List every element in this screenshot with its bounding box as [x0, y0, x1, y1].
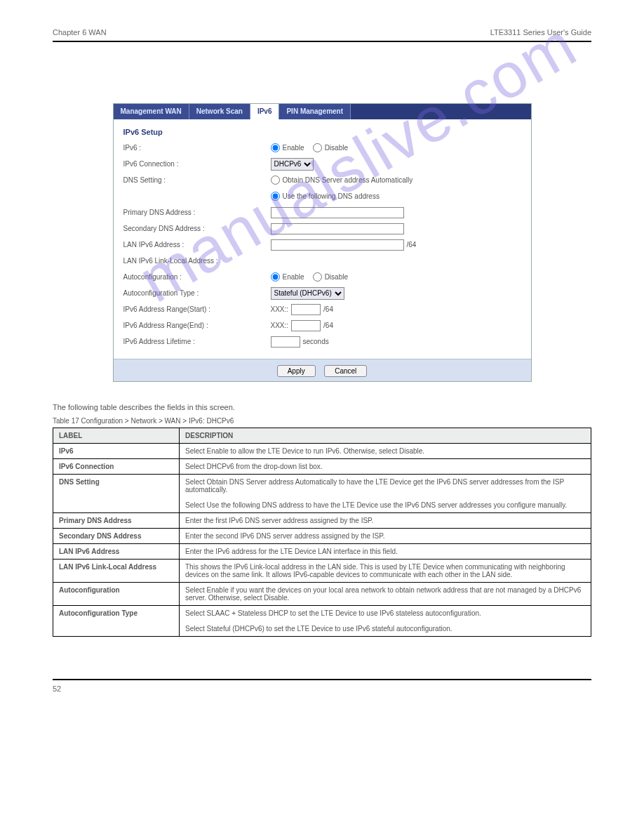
table-row: Autoconfiguration TypeSelect SLAAC + Sta… [53, 605, 591, 636]
dns-auto-text: Obtain DNS Server address Automatically [283, 176, 413, 184]
apply-button[interactable]: Apply [277, 365, 316, 377]
tab-ipv6[interactable]: IPv6 [250, 104, 280, 119]
intro-text: DHCPv6 allows the LTE Device to obtain a… [53, 70, 591, 82]
range-end-input[interactable] [291, 320, 321, 331]
autoconfig-type-select[interactable]: Stateful (DHCPv6) [271, 287, 344, 300]
lan-ipv6-input[interactable] [271, 239, 404, 251]
sdns-label: Secondary DNS Address : [123, 225, 271, 232]
tab-network-scan[interactable]: Network Scan [189, 104, 250, 119]
table-cell-desc: Enter the second IPv6 DNS server address… [180, 528, 591, 543]
table-cell-desc: Select Enable if you want the devices on… [180, 582, 591, 605]
xxx-prefix-end: XXX:: [271, 322, 289, 329]
table-cell-desc: Select DHCPv6 from the drop-down list bo… [180, 458, 591, 474]
table-cell-label: Autoconfiguration [53, 582, 180, 605]
pdns-label: Primary DNS Address : [123, 208, 271, 216]
table-row: IPv6Select Enable to allow the LTE Devic… [53, 443, 591, 458]
table-row: LAN IPv6 Link-Local AddressThis shows th… [53, 559, 591, 582]
header-right: LTE3311 Series User's Guide [490, 28, 591, 37]
table-cell-desc: Enter the IPv6 address for the LTE Devic… [180, 543, 591, 559]
lan-suffix: /64 [407, 241, 417, 249]
th-label: LABEL [53, 428, 180, 443]
range-start-label: IPv6 Address Range(Start) : [123, 305, 271, 313]
table-cell-label: LAN IPv6 Link-Local Address [53, 559, 180, 582]
ipv6-enable-radio[interactable] [271, 143, 280, 152]
table-cell-desc: Select Enable to allow the LTE Device to… [180, 443, 591, 458]
tab-management-wan[interactable]: Management WAN [114, 104, 189, 119]
ipv6-disable-radio[interactable] [313, 143, 322, 152]
lifetime-input[interactable] [271, 336, 300, 348]
button-bar: Apply Cancel [114, 359, 531, 381]
tab-bar: Management WAN Network Scan IPv6 PIN Man… [114, 104, 531, 119]
range-start-input[interactable] [291, 304, 321, 315]
table-caption: The following table describes the fields… [53, 403, 591, 411]
autoconfig-disable-radio[interactable] [313, 272, 322, 282]
tab-bar-fill [351, 104, 530, 119]
dns-manual-text: Use the following DNS address [283, 192, 380, 200]
table-row: LAN IPv6 AddressEnter the IPv6 address f… [53, 543, 591, 559]
autoconfig-enable-radio[interactable] [271, 272, 280, 282]
range-end-label: IPv6 Address Range(End) : [123, 322, 271, 329]
auto-label: Autoconfiguration : [123, 273, 271, 281]
table-cell-label: DNS Setting [53, 474, 180, 512]
panel-body: IPv6 Setup IPv6 : Enable Disable IPv6 Co… [114, 119, 531, 359]
dns-auto-radio[interactable] [271, 176, 280, 185]
footer-left: 52 [53, 684, 61, 693]
header-left: Chapter 6 WAN [53, 28, 107, 37]
primary-dns-input[interactable] [271, 207, 404, 218]
table-row: AutoconfigurationSelect Enable if you wa… [53, 582, 591, 605]
table-cell-label: IPv6 [53, 443, 180, 458]
lifetime-label: IPv6 Address Lifetime : [123, 338, 271, 345]
ipv6-connection-select[interactable]: DHCPv6 [271, 158, 314, 171]
ipv6-label: IPv6 : [123, 144, 271, 152]
seconds-text: seconds [303, 338, 329, 345]
table-title: Table 17 Configuration > Network > WAN >… [53, 417, 591, 425]
table-cell-label: Primary DNS Address [53, 512, 180, 528]
table-cell-desc: Select SLAAC + Stateless DHCP to set the… [180, 605, 591, 636]
table-cell-label: IPv6 Connection [53, 458, 180, 474]
tab-pin-management[interactable]: PIN Management [279, 104, 351, 119]
table-row: Secondary DNS AddressEnter the second IP… [53, 528, 591, 543]
dns-manual-radio[interactable] [271, 192, 280, 201]
table-cell-label: LAN IPv6 Address [53, 543, 180, 559]
th-description: DESCRIPTION [180, 428, 591, 443]
disable-text: Disable [325, 144, 348, 152]
dns-label: DNS Setting : [123, 176, 271, 184]
table-row: Primary DNS AddressEnter the first IPv6 … [53, 512, 591, 528]
section-title: IPv6 Setup [123, 128, 521, 136]
description-table: LABEL DESCRIPTION IPv6Select Enable to a… [53, 428, 591, 637]
secondary-dns-input[interactable] [271, 223, 404, 234]
table-row: IPv6 ConnectionSelect DHCPv6 from the dr… [53, 458, 591, 474]
table-cell-label: Autoconfiguration Type [53, 605, 180, 636]
conn-label: IPv6 Connection : [123, 160, 271, 168]
page-header: Chapter 6 WAN LTE3311 Series User's Guid… [53, 21, 591, 42]
range-end-suffix: /64 [323, 322, 333, 329]
table-row: DNS SettingSelect Obtain DNS Server addr… [53, 474, 591, 512]
table-cell-desc: Enter the first IPv6 DNS server address … [180, 512, 591, 528]
table-cell-label: Secondary DNS Address [53, 528, 180, 543]
lan-label: LAN IPv6 Address : [123, 241, 271, 249]
table-cell-desc: Select Obtain DNS Server address Automat… [180, 474, 591, 512]
autotype-label: Autoconfiguration Type : [123, 289, 271, 297]
xxx-prefix-start: XXX:: [271, 305, 289, 313]
page-footer: 52 [53, 679, 591, 707]
cancel-button[interactable]: Cancel [324, 365, 367, 377]
lanll-label: LAN IPv6 Link-Local Address : [123, 257, 271, 265]
table-cell-desc: This shows the IPv6 Link-local address i… [180, 559, 591, 582]
enable-text: Enable [283, 144, 304, 152]
range-start-suffix: /64 [323, 305, 333, 313]
config-panel: Management WAN Network Scan IPv6 PIN Man… [113, 103, 532, 382]
